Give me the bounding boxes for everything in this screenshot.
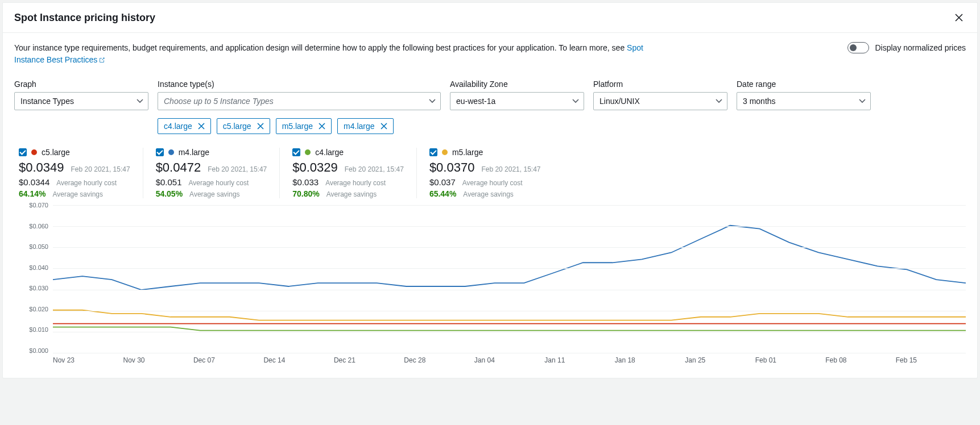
grid-line (53, 332, 966, 332)
chevron-down-icon (572, 99, 579, 103)
series-checkbox[interactable] (292, 148, 300, 156)
intro-prefix: Your instance type requirements, budget … (14, 43, 627, 52)
chip-remove-icon[interactable] (381, 123, 387, 130)
summary-card-m5-large: m5.large$0.0370Feb 20 2021, 15:47$0.037A… (417, 148, 553, 198)
chip-m4-large[interactable]: m4.large (337, 118, 393, 134)
grid-line (53, 311, 966, 311)
series-checkbox[interactable] (156, 148, 164, 156)
external-link-icon (98, 57, 105, 64)
close-button[interactable] (952, 11, 966, 24)
chip-c4-large[interactable]: c4.large (158, 118, 211, 134)
chip-c5-large[interactable]: c5.large (217, 118, 270, 134)
chip-m5-large[interactable]: m5.large (276, 118, 332, 134)
series-name: c4.large (315, 148, 344, 157)
date-range-label: Date range (737, 80, 871, 89)
chart-area: $0.000$0.010$0.020$0.030$0.040$0.050$0.0… (14, 205, 966, 364)
y-tick: $0.070 (14, 202, 48, 209)
series-line-m4-large (53, 226, 966, 290)
series-color-dot (442, 149, 448, 155)
series-checkbox[interactable] (19, 148, 27, 156)
chevron-down-icon (716, 99, 722, 103)
series-line-c4-large (53, 327, 966, 331)
az-label: Availability Zone (450, 80, 584, 89)
intro-text: Your instance type requirements, budget … (14, 42, 651, 66)
avg-price: $0.051 (156, 177, 182, 187)
chevron-down-icon (429, 99, 436, 103)
grid-line (53, 290, 966, 290)
spot-pricing-panel: Spot Instance pricing history Your insta… (2, 2, 978, 378)
avg-savings-label: Average savings (326, 190, 377, 198)
avg-savings-label: Average savings (463, 190, 514, 198)
summary-card-c5-large: c5.large$0.0349Feb 20 2021, 15:47$0.0344… (14, 148, 143, 198)
avg-price-label: Average hourly cost (462, 179, 523, 187)
chip-remove-icon[interactable] (319, 123, 325, 130)
series-checkbox[interactable] (429, 148, 437, 156)
normalized-prices-toggle-wrap: Display normalized prices (847, 42, 966, 53)
panel-header: Spot Instance pricing history (3, 3, 977, 33)
avg-price: $0.033 (292, 177, 319, 187)
y-tick: $0.000 (14, 347, 48, 354)
platform-label: Platform (593, 80, 727, 89)
avg-savings: 70.80% (292, 189, 319, 198)
y-tick: $0.010 (14, 326, 48, 333)
avg-price: $0.037 (429, 177, 456, 187)
instance-types-select[interactable]: Choose up to 5 Instance Types (158, 92, 441, 110)
az-group: Availability Zone eu-west-1a (450, 80, 584, 110)
close-icon (955, 14, 963, 22)
summary-cards: c5.large$0.0349Feb 20 2021, 15:47$0.0344… (14, 148, 966, 198)
chip-label: c4.large (164, 122, 192, 131)
series-name: c5.large (42, 148, 70, 157)
grid-line (53, 247, 966, 248)
az-select[interactable]: eu-west-1a (450, 92, 584, 110)
price-timestamp: Feb 20 2021, 15:47 (71, 165, 130, 173)
date-range-select[interactable]: 3 months (737, 92, 871, 110)
price-timestamp: Feb 20 2021, 15:47 (345, 165, 404, 173)
panel-body: Your instance type requirements, budget … (3, 33, 977, 378)
price-timestamp: Feb 20 2021, 15:47 (481, 165, 540, 173)
az-value: eu-west-1a (456, 97, 495, 106)
instance-types-group: Instance type(s) Choose up to 5 Instance… (158, 80, 441, 134)
grid-line (53, 268, 966, 269)
avg-savings-label: Average savings (189, 190, 240, 198)
chevron-down-icon (859, 99, 866, 103)
graph-value: Instance Types (20, 97, 74, 106)
price-timestamp: Feb 20 2021, 15:47 (208, 165, 267, 173)
series-line-m5-large (53, 310, 966, 320)
series-color-dot (31, 149, 37, 155)
instance-types-placeholder: Choose up to 5 Instance Types (164, 97, 274, 106)
chip-remove-icon[interactable] (257, 123, 264, 130)
avg-price: $0.0344 (19, 177, 49, 187)
platform-value: Linux/UNIX (599, 97, 640, 106)
date-range-group: Date range 3 months (737, 80, 871, 110)
avg-savings: 65.44% (429, 189, 456, 198)
avg-savings: 54.05% (156, 189, 183, 198)
normalized-prices-toggle[interactable] (847, 42, 869, 53)
avg-savings-label: Average savings (52, 190, 103, 198)
avg-savings: 64.14% (19, 189, 46, 198)
controls-row: Graph Instance Types Instance type(s) Ch… (14, 80, 966, 134)
grid-line (53, 226, 966, 227)
chip-label: m5.large (282, 122, 313, 131)
avg-price-label: Average hourly cost (189, 179, 249, 187)
grid-line (53, 353, 966, 353)
date-range-value: 3 months (743, 97, 776, 106)
toggle-label: Display normalized prices (875, 43, 966, 52)
chip-remove-icon[interactable] (198, 123, 205, 130)
current-price: $0.0370 (429, 160, 475, 175)
chart-svg (53, 205, 966, 381)
graph-select[interactable]: Instance Types (14, 92, 148, 110)
summary-card-c4-large: c4.large$0.0329Feb 20 2021, 15:47$0.033A… (280, 148, 417, 198)
chip-label: c5.large (223, 122, 251, 131)
series-color-dot (168, 149, 174, 155)
platform-select[interactable]: Linux/UNIX (593, 92, 727, 110)
summary-card-m4-large: m4.large$0.0472Feb 20 2021, 15:47$0.051A… (143, 148, 280, 198)
grid-line (53, 205, 966, 206)
current-price: $0.0472 (156, 160, 201, 175)
y-tick: $0.040 (14, 264, 48, 271)
y-tick: $0.020 (14, 306, 48, 312)
y-tick: $0.030 (14, 285, 48, 291)
plot[interactable] (53, 205, 966, 353)
series-name: m5.large (452, 148, 483, 157)
y-axis-ticks: $0.000$0.010$0.020$0.030$0.040$0.050$0.0… (14, 205, 48, 351)
chips-row: c4.largec5.largem5.largem4.large (158, 118, 441, 134)
